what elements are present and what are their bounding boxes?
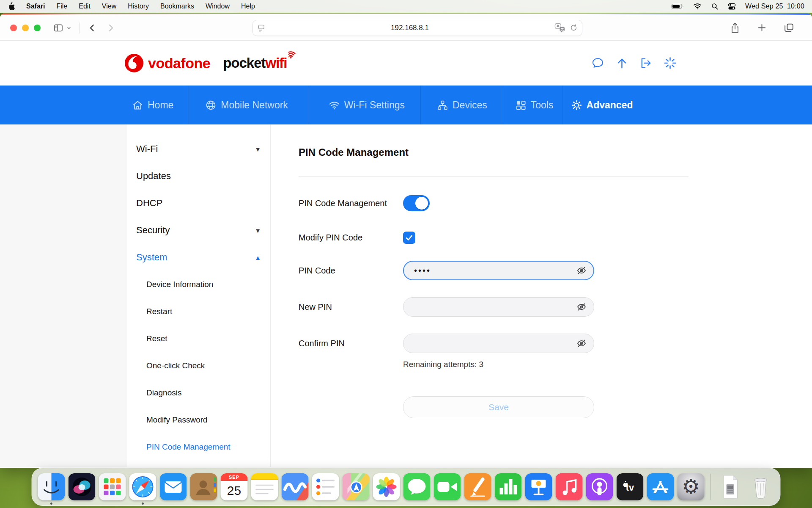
search-icon[interactable] xyxy=(711,3,719,10)
tabs-overview-button[interactable] xyxy=(782,21,796,35)
left-gutter xyxy=(0,124,127,467)
chevron-down-icon: ▼ xyxy=(255,227,261,234)
pin-eye-slash-icon[interactable] xyxy=(576,265,587,276)
pin-code-row: PIN Code xyxy=(299,261,689,280)
nav-mobile-network[interactable]: Mobile Network xyxy=(205,99,288,111)
sms-chat-icon[interactable] xyxy=(591,57,604,70)
close-window-button[interactable] xyxy=(10,25,17,31)
new-pin-input[interactable] xyxy=(403,297,594,317)
sidebar-chevron-button[interactable] xyxy=(64,23,74,33)
nav-home[interactable]: Home xyxy=(132,99,173,111)
sidebar-subitem-diagnosis[interactable]: Diagnosis xyxy=(127,379,270,406)
pin-code-toggle[interactable] xyxy=(403,195,430,211)
translate-icon[interactable] xyxy=(554,23,565,33)
dock-contacts-icon[interactable] xyxy=(189,469,219,505)
page-icon[interactable] xyxy=(257,24,266,32)
dock-maps-icon[interactable] xyxy=(341,469,371,505)
modify-pin-label: Modify PIN Code xyxy=(299,233,403,243)
wifi-icon[interactable] xyxy=(693,3,702,10)
nav-divider xyxy=(562,86,562,124)
dock-siri-icon[interactable] xyxy=(67,469,97,505)
dock-music-icon[interactable] xyxy=(554,469,584,505)
sidebar-subitem-device-information[interactable]: Device Information xyxy=(127,271,270,298)
sidebar-item-security[interactable]: Security▼ xyxy=(127,217,270,244)
new-pin-label: New PIN xyxy=(299,302,403,312)
nav-advanced[interactable]: Advanced xyxy=(571,99,633,111)
sidebar-item-system[interactable]: System▲ xyxy=(127,244,270,271)
main-nav: HomeMobile NetworkWi-Fi SettingsDevicesT… xyxy=(0,86,812,124)
sidebar-subitem-modify-password[interactable]: Modify Password xyxy=(127,406,270,433)
vodafone-logo: vodafone xyxy=(124,53,210,73)
battery-icon[interactable] xyxy=(671,3,684,10)
dock-photos-icon[interactable] xyxy=(371,469,402,505)
menu-help[interactable]: Help xyxy=(241,3,255,10)
sidebar-subitem-pin-code-management[interactable]: PIN Code Management xyxy=(127,433,270,461)
dock-numbers-icon[interactable] xyxy=(493,469,524,505)
new-tab-button[interactable] xyxy=(755,21,768,34)
pin-toggle-label: PIN Code Management xyxy=(299,199,403,208)
menu-safari[interactable]: Safari xyxy=(26,3,45,10)
sidebar-item-dhcp[interactable]: DHCP xyxy=(127,190,270,217)
chevron-down-icon: ▼ xyxy=(255,146,261,153)
loading-spinner-icon[interactable] xyxy=(664,57,677,70)
pin-code-label: PIN Code xyxy=(299,266,403,276)
update-up-arrow-icon[interactable] xyxy=(615,57,628,70)
dock-facetime-icon[interactable] xyxy=(432,469,463,505)
confirm-pin-input[interactable] xyxy=(403,334,594,353)
sidebar-subitem-reset[interactable]: Reset xyxy=(127,325,270,352)
menu-bookmarks[interactable]: Bookmarks xyxy=(160,3,194,10)
dock-launchpad-icon[interactable] xyxy=(97,469,128,505)
menu-view[interactable]: View xyxy=(102,3,116,10)
tools-icon xyxy=(515,99,527,111)
dock-pages-icon[interactable] xyxy=(463,469,493,505)
new-pin-eye-slash-icon[interactable] xyxy=(576,301,587,313)
dock-settings-icon[interactable]: ⚙ xyxy=(676,469,706,505)
forward-button[interactable] xyxy=(104,22,117,34)
dock-mail-icon[interactable] xyxy=(158,469,189,505)
zoom-window-button[interactable] xyxy=(34,25,41,31)
url-field[interactable]: 192.168.8.1 xyxy=(252,20,582,36)
sidebar-subitem-restart[interactable]: Restart xyxy=(127,298,270,325)
confirm-pin-row: Confirm PIN xyxy=(299,334,689,353)
modify-pin-checkbox[interactable] xyxy=(403,232,415,244)
dock-podcasts-icon[interactable] xyxy=(584,469,615,505)
dock-calendar-icon[interactable]: SEP25 xyxy=(219,469,250,505)
nav-devices[interactable]: Devices xyxy=(437,99,487,111)
brand-logo: vodafone pocketwifi™ xyxy=(124,53,293,73)
menu-window[interactable]: Window xyxy=(206,3,230,10)
share-button[interactable] xyxy=(728,21,742,35)
dock-waveform-icon[interactable] xyxy=(280,469,310,505)
pin-code-input[interactable] xyxy=(403,261,594,280)
logout-icon[interactable] xyxy=(639,57,653,70)
sidebar-item-wi-fi[interactable]: Wi-Fi▼ xyxy=(127,135,270,163)
dock-appstore-icon[interactable] xyxy=(645,469,676,505)
dock-tv-icon[interactable]: tv xyxy=(615,469,645,505)
reload-icon[interactable] xyxy=(570,24,578,32)
dock-safari-icon[interactable] xyxy=(128,469,158,505)
nav-divider xyxy=(501,86,501,124)
dock-trash-icon[interactable] xyxy=(746,469,776,505)
sidebar-item-updates[interactable]: Updates xyxy=(127,163,270,190)
minimize-window-button[interactable] xyxy=(22,25,29,31)
url-text[interactable]: 192.168.8.1 xyxy=(266,24,554,32)
back-button[interactable] xyxy=(86,22,99,34)
control-center-icon[interactable] xyxy=(728,3,736,10)
menu-edit[interactable]: Edit xyxy=(79,3,91,10)
save-button[interactable]: Save xyxy=(403,396,594,418)
dock: SEP25tv⚙ xyxy=(32,468,781,506)
pocketwifi-logo: pocketwifi™ xyxy=(223,55,292,71)
dock-finder-icon[interactable] xyxy=(36,469,67,505)
confirm-pin-eye-slash-icon[interactable] xyxy=(576,337,587,349)
apple-logo-icon[interactable] xyxy=(8,2,15,11)
menu-history[interactable]: History xyxy=(128,3,149,10)
menu-file[interactable]: File xyxy=(56,3,67,10)
dock-reminders-icon[interactable] xyxy=(310,469,341,505)
nav-tools[interactable]: Tools xyxy=(515,99,554,111)
dock-document-icon[interactable] xyxy=(715,469,746,505)
dock-messages-icon[interactable] xyxy=(402,469,432,505)
dock-notes-icon[interactable] xyxy=(250,469,280,505)
dock-keynote-icon[interactable] xyxy=(524,469,554,505)
sidebar-subitem-one-click-check[interactable]: One-click Check xyxy=(127,352,270,379)
sidebar-toggle-button[interactable] xyxy=(52,21,65,35)
nav-wi-fi-settings[interactable]: Wi-Fi Settings xyxy=(329,99,405,111)
